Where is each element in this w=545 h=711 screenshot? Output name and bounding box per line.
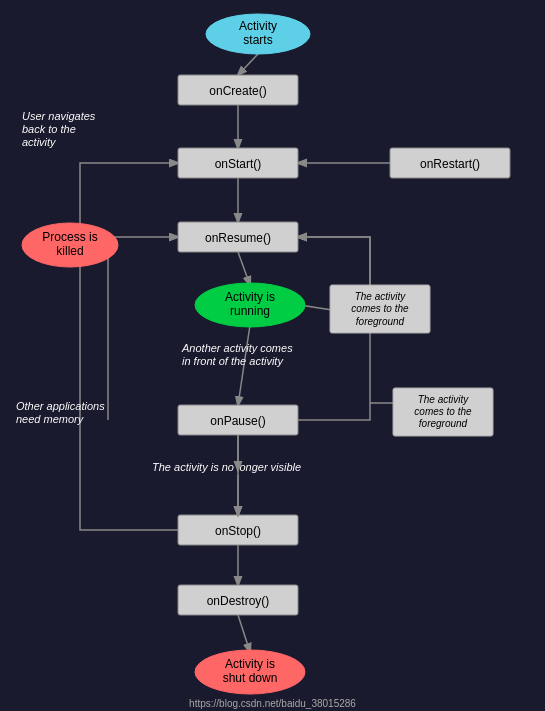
svg-text:onStart(): onStart() xyxy=(215,157,262,171)
svg-text:killed: killed xyxy=(56,244,83,258)
svg-text:Activity: Activity xyxy=(239,19,277,33)
svg-text:comes to the: comes to the xyxy=(351,303,409,314)
svg-text:foreground: foreground xyxy=(356,316,405,327)
svg-text:Another activity comes: Another activity comes xyxy=(181,342,293,354)
svg-text:shut down: shut down xyxy=(223,671,278,685)
svg-text:back to the: back to the xyxy=(22,123,76,135)
svg-text:Activity is: Activity is xyxy=(225,657,275,671)
svg-text:onStop(): onStop() xyxy=(215,524,261,538)
svg-text:User navigates: User navigates xyxy=(22,110,96,122)
svg-text:in front of the activity: in front of the activity xyxy=(182,355,284,367)
svg-text:onPause(): onPause() xyxy=(210,414,265,428)
svg-text:running: running xyxy=(230,304,270,318)
svg-text:comes to the: comes to the xyxy=(414,406,472,417)
svg-text:Process is: Process is xyxy=(42,230,97,244)
svg-text:need memory: need memory xyxy=(16,413,85,425)
watermark: https://blog.csdn.net/baidu_38015286 xyxy=(189,698,356,709)
svg-text:Activity is: Activity is xyxy=(225,290,275,304)
svg-text:Other applications: Other applications xyxy=(16,400,105,412)
svg-text:onDestroy(): onDestroy() xyxy=(207,594,270,608)
svg-text:The activity: The activity xyxy=(418,394,470,405)
svg-text:starts: starts xyxy=(243,33,272,47)
svg-text:onRestart(): onRestart() xyxy=(420,157,480,171)
svg-text:onCreate(): onCreate() xyxy=(209,84,266,98)
svg-text:activity: activity xyxy=(22,136,57,148)
svg-text:The activity is no longer visi: The activity is no longer visible xyxy=(152,461,301,473)
svg-text:onResume(): onResume() xyxy=(205,231,271,245)
svg-text:foreground: foreground xyxy=(419,418,468,429)
svg-text:The activity: The activity xyxy=(355,291,407,302)
